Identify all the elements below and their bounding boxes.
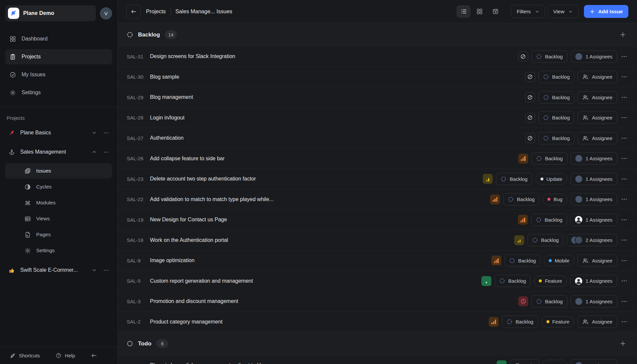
state-badge[interactable]: Backlog [505,255,540,267]
priority-high-button[interactable] [489,317,499,327]
priority-high-button[interactable] [490,194,500,204]
assignee-badge[interactable]: 1 Assignees [571,193,617,205]
project-item-swift-scale-e-commer[interactable]: Swift Scale E-Commer... [5,262,112,278]
row-menu-button[interactable] [620,276,628,285]
state-badge[interactable]: Backlog [531,152,567,165]
project-tab-issues[interactable]: Issues [5,163,112,179]
label-badge-feature[interactable]: Feature [541,316,575,328]
state-badge[interactable]: Backlog [538,91,574,104]
priority-none-button[interactable] [525,133,535,143]
collapse-sidebar-button[interactable] [89,352,99,359]
assignee-badge[interactable]: Assignee [578,111,617,124]
state-badge[interactable]: Backlog [531,50,567,63]
assignee-badge[interactable]: Assignee [578,71,617,83]
assignee-badge[interactable]: 2 Assignees [567,234,617,246]
state-badge[interactable]: Backlog [503,193,539,205]
row-menu-button[interactable] [620,154,628,163]
assignee-badge[interactable]: 1 Assignees [571,173,617,185]
assignee-badge[interactable]: 1 Assignees [571,359,617,364]
issue-row[interactable]: SAL-9 Image optimization BacklogMobileAs… [118,251,637,271]
row-menu-button[interactable] [620,215,628,224]
issue-row[interactable]: SAL-28 Login in/logout BacklogAssignee [118,108,637,128]
issue-row[interactable]: SAL-3 Promotion and discount management … [118,291,637,312]
issue-row[interactable]: SAL-29 Blog management BacklogAssignee [118,87,637,108]
sidebar-item-projects[interactable]: Projects [5,49,112,64]
kanban-view-button[interactable] [472,5,486,18]
assignee-badge[interactable]: 1 Assignees [570,275,617,287]
project-expand-chevron[interactable] [91,149,98,155]
state-badge[interactable]: Backlog [531,214,567,226]
row-menu-button[interactable] [620,72,628,81]
assignee-badge[interactable]: Assignee [578,255,617,267]
breadcrumb-root[interactable]: Projects [146,8,166,15]
back-button[interactable] [126,5,141,19]
state-badge[interactable]: Backlog [538,111,574,124]
priority-urgent-button[interactable] [518,296,528,306]
row-menu-button[interactable] [620,361,628,364]
state-badge[interactable]: Backlog [538,132,574,144]
priority-high-button[interactable] [518,154,528,164]
row-menu-button[interactable] [620,297,628,306]
priority-none-button[interactable] [525,113,535,123]
row-menu-button[interactable] [620,256,628,265]
calendar-view-button[interactable] [488,5,502,18]
priority-none-button[interactable] [525,72,535,82]
issue-row[interactable]: SAL-30 Blog sample BacklogAssignee [118,67,637,88]
priority-high-button[interactable] [491,255,501,265]
sidebar-item-settings[interactable]: Settings [5,85,112,100]
assignee-badge[interactable]: 1 Assignees [571,50,617,63]
project-tab-cycles[interactable]: Cycles [5,179,112,194]
filters-dropdown[interactable]: Filters [511,5,545,18]
project-item-plane-basics[interactable]: Plane Basics [5,125,112,141]
help-button[interactable]: Help [54,352,77,359]
row-menu-button[interactable] [620,52,628,61]
project-expand-chevron[interactable] [91,129,98,136]
assignee-badge[interactable]: 1 Assignees [571,152,617,165]
label-badge-test[interactable]: Test [542,360,568,364]
priority-none-button[interactable] [518,51,528,61]
state-badge[interactable]: Backlog [538,71,574,83]
state-badge[interactable]: Todo [510,359,539,364]
assignee-badge[interactable]: Assignee [578,316,617,328]
issue-row[interactable]: SAL-16 Work on the Authentication portal… [118,230,637,251]
assignee-badge[interactable]: Assignee [578,91,617,104]
priority-low-button[interactable] [497,360,507,364]
view-dropdown[interactable]: View [548,5,579,18]
label-badge-feature[interactable]: Feature [534,275,567,287]
group-add-issue-button[interactable] [618,340,628,347]
priority-high-button[interactable] [518,215,528,225]
label-badge-mobile[interactable]: Mobile [544,255,574,266]
project-menu-button[interactable] [103,149,109,156]
assignee-badge[interactable]: 1 Assignees [571,295,617,308]
row-menu-button[interactable] [620,93,628,102]
sidebar-item-dashboard[interactable]: Dashboard [5,31,112,46]
issue-row[interactable]: SAL-26 Add collapse feature to side bar … [118,149,637,169]
label-badge-bug[interactable]: Bug [542,194,567,205]
issue-row[interactable]: SAL-25 Phoenix Logo click on pages must … [118,355,637,364]
label-badge-update[interactable]: Update [535,173,567,184]
row-menu-button[interactable] [620,195,628,204]
state-badge[interactable]: Backlog [495,275,531,287]
issue-row[interactable]: SAL-31 Design screens for Slack Integrat… [118,46,637,67]
issue-row[interactable]: SAL-23 Delete account two step authentic… [118,169,637,189]
project-item-sales-management[interactable]: Sales Management [5,144,112,160]
priority-medium-button[interactable] [514,235,524,245]
issue-row[interactable]: SAL-27 Authentication BacklogAssignee [118,128,637,149]
priority-low-button[interactable] [481,276,491,286]
project-menu-button[interactable] [103,129,109,136]
assignee-badge[interactable]: 1 Assignees [570,214,617,226]
shortcuts-button[interactable]: Shortcuts [8,352,42,359]
state-badge[interactable]: Backlog [528,234,563,246]
list-view-button[interactable] [457,5,470,18]
sidebar-item-my-issues[interactable]: My Issues [5,67,112,82]
user-avatar[interactable]: V [100,7,112,20]
issue-row[interactable]: SAL-5 Custom report generation and manag… [118,271,637,292]
project-tab-pages[interactable]: Pages [5,227,112,242]
project-tab-settings[interactable]: Settings [5,243,112,258]
row-menu-button[interactable] [620,317,628,326]
project-expand-chevron[interactable] [91,267,98,273]
add-issue-button[interactable]: Add Issue [584,5,628,18]
assignee-badge[interactable]: Assignee [578,132,617,144]
project-tab-modules[interactable]: Modules [5,195,112,210]
issue-row[interactable]: SAL-22 Add validation to match to match … [118,189,637,210]
